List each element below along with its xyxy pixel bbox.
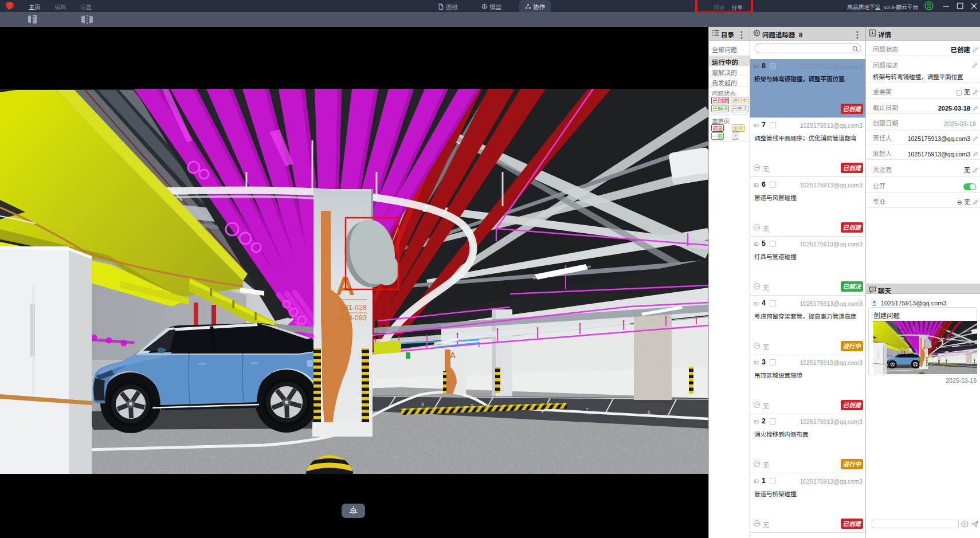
svg-text:← 001-028: ← 001-028 bbox=[331, 304, 367, 312]
svg-text:A: A bbox=[450, 351, 456, 360]
svg-text:→ 078-093: → 078-093 bbox=[331, 314, 367, 322]
svg-text:4: 4 bbox=[421, 402, 424, 407]
